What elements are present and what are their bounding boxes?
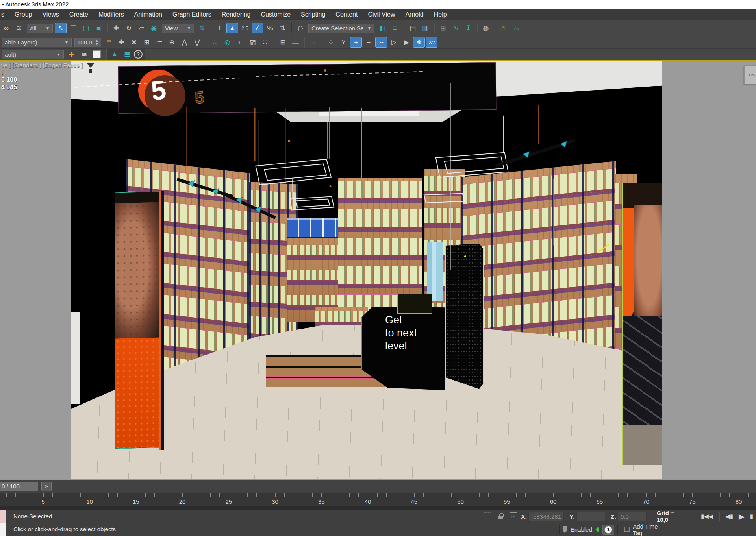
key-slider-button[interactable]: ╍ <box>375 37 387 48</box>
set-key-plus-button[interactable]: + <box>350 37 362 48</box>
freeze-transform-button[interactable]: ❄ <box>413 37 425 48</box>
current-frame-display[interactable]: 0 / 100 <box>0 482 38 491</box>
angle-snap-toggle-button[interactable]: ∠ <box>252 23 263 33</box>
move-key-icon[interactable]: ▶ <box>400 37 412 48</box>
add-to-layer-icon[interactable]: ⊞ <box>141 37 152 48</box>
edit-named-selection-sets-icon[interactable]: { } <box>295 23 306 33</box>
menu-item-graph-editors[interactable]: Graph Editors <box>167 11 217 18</box>
select-object-button[interactable]: ↖ <box>55 23 67 33</box>
menu-item-scripting[interactable]: Scripting <box>296 11 330 18</box>
filter-funnel-icon[interactable] <box>87 63 94 68</box>
collapse-layers-icon[interactable]: ⋀ <box>178 37 190 48</box>
time-slider-bar[interactable]: 0 / 100 > <box>0 480 756 493</box>
animation-layer-badge[interactable]: 1 <box>602 525 614 535</box>
uvw-adjust-icon[interactable]: ∷ <box>259 37 271 48</box>
toggle-ribbon-icon[interactable]: ⊞ <box>437 23 449 33</box>
menu-item-views[interactable]: Views <box>37 11 64 18</box>
snap-2-5d-icon[interactable]: 2.5 <box>239 23 251 33</box>
scene-render-frame[interactable]: 5 5 Get to next level <box>71 61 662 479</box>
select-and-link-icon[interactable]: ∞ <box>0 23 12 33</box>
default-layer-dropdown[interactable]: ault)▼ <box>2 50 64 59</box>
menu-item-s[interactable]: s <box>0 11 9 18</box>
previous-frame-button[interactable]: ◀▮ <box>725 513 733 520</box>
x-transform-button[interactable]: X? <box>426 37 437 48</box>
help-circle-icon[interactable]: ? <box>134 50 143 59</box>
menu-item-civil-view[interactable]: Civil View <box>363 11 400 18</box>
percent-snap-toggle-icon[interactable]: % <box>264 23 276 33</box>
color-swatch[interactable] <box>93 50 101 58</box>
select-by-name-icon[interactable]: ☰ <box>67 23 79 33</box>
soft-selection-icon[interactable]: ◌ <box>307 37 319 48</box>
bind-to-space-warp-icon[interactable]: ≋ <box>13 23 25 33</box>
menu-item-arnold[interactable]: Arnold <box>400 11 428 18</box>
viewcube[interactable]: FRONT <box>744 65 756 84</box>
create-new-layer-icon[interactable]: ✚ <box>115 37 127 48</box>
x-coordinate-field[interactable]: -58348,281 <box>528 512 564 521</box>
notes-document-icon[interactable]: ▤ <box>121 49 133 60</box>
measure-distance-icon[interactable]: ▬ <box>289 37 301 48</box>
key-minus-icon[interactable]: − <box>363 37 374 48</box>
render-production-teapot-icon[interactable]: ♨ <box>510 23 522 33</box>
reference-coordinate-system-dropdown[interactable]: View▼ <box>162 24 194 33</box>
set-current-layer-icon[interactable]: ⊕ <box>166 37 178 48</box>
menu-item-modifiers[interactable]: Modifiers <box>93 11 129 18</box>
toggle-layer-explorer-icon[interactable]: ▥ <box>419 23 431 33</box>
scatter-tool-icon[interactable]: ∴ <box>209 37 220 48</box>
snaps-toggle-3d-button[interactable]: ▲ <box>226 23 238 33</box>
select-and-rotate-icon[interactable]: ↻ <box>123 23 135 33</box>
select-key-outline-icon[interactable]: ▷ <box>388 37 400 48</box>
layer-stack-icon[interactable]: ≋ <box>78 49 90 60</box>
delete-layer-icon[interactable]: ✖ <box>128 37 140 48</box>
xref-sphere-icon[interactable]: ◐ <box>234 37 246 48</box>
next-frame-playback-button[interactable]: ▮ <box>750 513 753 520</box>
track-bar[interactable]: 5101520253035404550556065707580 <box>0 493 756 510</box>
menu-item-rendering[interactable]: Rendering <box>217 11 256 18</box>
y-coordinate-field[interactable] <box>576 512 605 521</box>
volume-select-icon[interactable]: ⁘ <box>325 37 337 48</box>
shield-icon[interactable] <box>563 526 567 533</box>
viewport[interactable]: ve ] [Standard ] [Edged Faces ] l 5 100 … <box>0 60 756 480</box>
add-time-tag-button[interactable]: Add Time Tag <box>633 523 660 536</box>
menu-item-group[interactable]: Group <box>9 11 37 18</box>
align-icon[interactable]: ≡ <box>389 23 401 33</box>
next-frame-button[interactable]: > <box>41 482 52 491</box>
mirror-icon[interactable]: ◧ <box>376 23 388 33</box>
selection-filter-dropdown[interactable]: All▼ <box>27 24 53 33</box>
menu-item-customize[interactable]: Customize <box>256 11 296 18</box>
grid-align-icon[interactable]: ⊞ <box>277 37 289 48</box>
rectangular-selection-region-icon[interactable]: ▢ <box>80 23 92 33</box>
spinner-snap-toggle-icon[interactable]: ⇅ <box>277 23 289 33</box>
toggle-scene-explorer-icon[interactable]: ▤ <box>407 23 419 33</box>
manage-layers-icon[interactable]: ≣ <box>103 37 115 48</box>
mini-listener-pink[interactable] <box>0 510 6 523</box>
select-and-place-icon[interactable]: ◉ <box>148 23 160 33</box>
material-editor-icon[interactable]: ◍ <box>480 23 492 33</box>
menu-item-create[interactable]: Create <box>64 11 93 18</box>
window-crossing-toggle-icon[interactable]: ▣ <box>93 23 104 33</box>
select-and-move-icon[interactable]: ✚ <box>110 23 122 33</box>
create-layer-db-icon[interactable]: ✚ <box>66 49 78 60</box>
ik-chain-icon[interactable]: Y <box>337 37 349 48</box>
paint-deform-icon[interactable]: ▨ <box>246 37 258 48</box>
named-selection-sets-dropdown[interactable]: Create Selection Set▼ <box>308 24 374 33</box>
vegetation-paint-icon[interactable]: ▲ <box>109 49 120 60</box>
menu-item-animation[interactable]: Animation <box>129 11 167 18</box>
use-pivot-point-center-icon[interactable]: ⇅ <box>196 23 208 33</box>
selection-lock-icon[interactable] <box>498 516 503 519</box>
menu-item-content[interactable]: Content <box>330 11 363 18</box>
menu-item-help[interactable]: Help <box>429 11 452 18</box>
isolate-selection-icon[interactable] <box>484 512 491 520</box>
curve-editor-icon[interactable]: ∿ <box>450 23 461 33</box>
select-and-manipulate-icon[interactable]: ✛ <box>214 23 226 33</box>
go-to-start-button[interactable]: ▮◀◀ <box>701 513 713 520</box>
mini-listener-white[interactable] <box>0 523 6 536</box>
schematic-view-icon[interactable]: ↧ <box>462 23 474 33</box>
select-and-scale-icon[interactable]: ▱ <box>135 23 147 33</box>
absolute-mode-toggle-icon[interactable]: ⊡ <box>510 512 517 520</box>
center-pivot-icon[interactable]: ◎ <box>221 37 233 48</box>
expand-layers-icon[interactable]: ⋁ <box>191 37 203 48</box>
select-objects-in-layer-icon[interactable]: ≔ <box>153 37 165 48</box>
z-coordinate-field[interactable]: 0,0 <box>618 512 647 521</box>
viewport-label[interactable]: ve ] [Standard ] [Edged Faces ] <box>1 62 94 68</box>
layer-list-dropdown[interactable]: able Layers)▼ <box>2 38 72 47</box>
